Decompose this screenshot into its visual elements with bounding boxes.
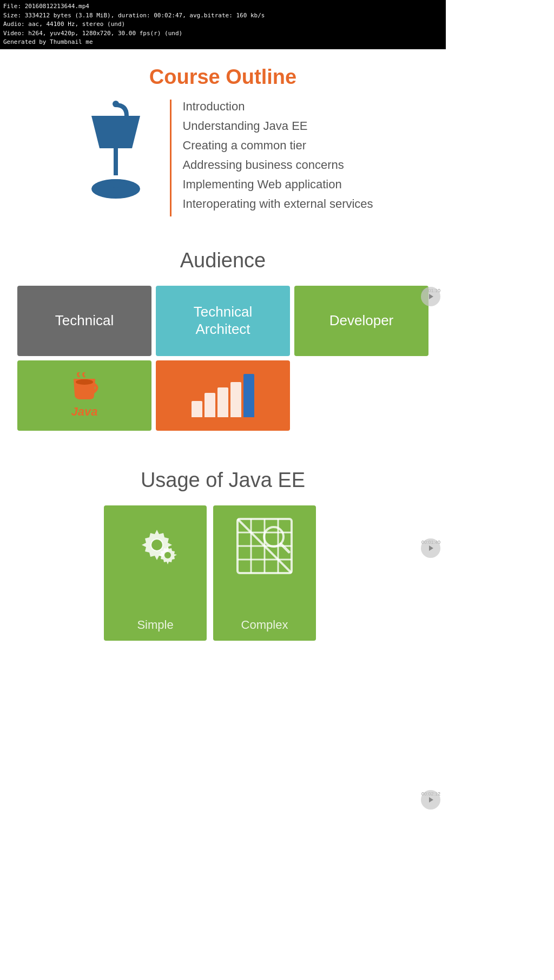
usage-card-simple-label: Simple <box>137 618 173 632</box>
svg-line-20 <box>281 544 289 552</box>
file-info-line4: Video: h264, yuv420p, 1280x720, 30.00 fp… <box>3 29 443 38</box>
bar-3 <box>217 387 228 417</box>
usage-card-complex-label: Complex <box>241 618 288 632</box>
bar-5-highlight <box>243 374 254 417</box>
svg-point-4 <box>105 179 127 188</box>
svg-marker-7 <box>429 545 433 551</box>
outline-item: Implementing Web application <box>182 177 373 192</box>
svg-point-10 <box>164 552 171 558</box>
usage-card-complex[interactable]: Complex <box>213 505 316 641</box>
nav-button-2-container: 00:01:40 <box>421 538 440 545</box>
audience-card-technical-architect[interactable]: TechnicalArchitect <box>156 286 290 356</box>
file-info-line1: File: 20160812213644.mp4 <box>3 2 443 11</box>
bar-4 <box>230 382 241 417</box>
outline-item: Understanding Java EE <box>182 119 373 133</box>
nav-button-1-container: 00:01:10 <box>421 287 440 293</box>
audience-card-java[interactable]: Java <box>17 360 151 431</box>
audience-card-technical-label: Technical <box>55 312 114 329</box>
file-info-header: File: 20160812213644.mp4 Size: 3334212 b… <box>0 0 446 49</box>
audience-title: Audience <box>11 249 435 272</box>
audience-top-grid: Technical TechnicalArchitect Developer <box>17 286 428 356</box>
svg-marker-21 <box>429 797 433 803</box>
audience-section: Audience Technical TechnicalArchitect De… <box>0 227 446 442</box>
file-info-line5: Generated by Thumbnail me <box>3 38 443 47</box>
outline-item: Interoperating with external services <box>182 197 373 211</box>
nav-button-3[interactable] <box>421 790 440 810</box>
file-info-line2: Size: 3334212 bytes (3.18 MiB), duration… <box>3 11 443 21</box>
svg-rect-2 <box>114 148 118 175</box>
svg-marker-5 <box>429 294 433 299</box>
svg-point-6 <box>76 379 93 385</box>
audience-card-developer-label: Developer <box>329 312 394 329</box>
outline-list: IntroductionUnderstanding Java EECreatin… <box>170 100 373 216</box>
usage-grid: Simple Complex <box>93 505 353 641</box>
java-label: Java <box>71 405 98 419</box>
outline-item: Introduction <box>182 100 373 114</box>
audience-bottom-grid: Java <box>17 360 428 431</box>
bar-2 <box>205 393 215 417</box>
audience-card-technical-architect-label: TechnicalArchitect <box>194 304 252 337</box>
bar-1 <box>192 401 202 417</box>
svg-point-1 <box>113 101 119 107</box>
outline-content: IntroductionUnderstanding Java EECreatin… <box>11 100 435 216</box>
audience-card-technical[interactable]: Technical <box>17 286 151 356</box>
chart-bars-icon <box>186 374 260 417</box>
usage-card-simple[interactable]: Simple <box>104 505 207 641</box>
nav-button-3-container: 00:02:12 <box>421 790 440 797</box>
usage-title: Usage of Java EE <box>11 469 435 492</box>
usage-section: Usage of Java EE Simple <box>0 442 446 652</box>
file-info-line3: Audio: aac, 44100 Hz, stereo (und) <box>3 20 443 29</box>
audience-grid-empty <box>294 360 428 431</box>
course-outline-section: Course Outline IntroductionUnderstanding… <box>0 49 446 227</box>
course-outline-title: Course Outline <box>11 65 435 89</box>
svg-marker-0 <box>91 116 140 148</box>
audience-card-chart[interactable] <box>156 360 290 431</box>
outline-item: Addressing business concerns <box>182 158 373 172</box>
svg-point-9 <box>151 540 162 550</box>
outline-item: Creating a common tier <box>182 139 373 153</box>
audience-card-developer[interactable]: Developer <box>294 286 428 356</box>
lamp-icon <box>72 100 159 208</box>
